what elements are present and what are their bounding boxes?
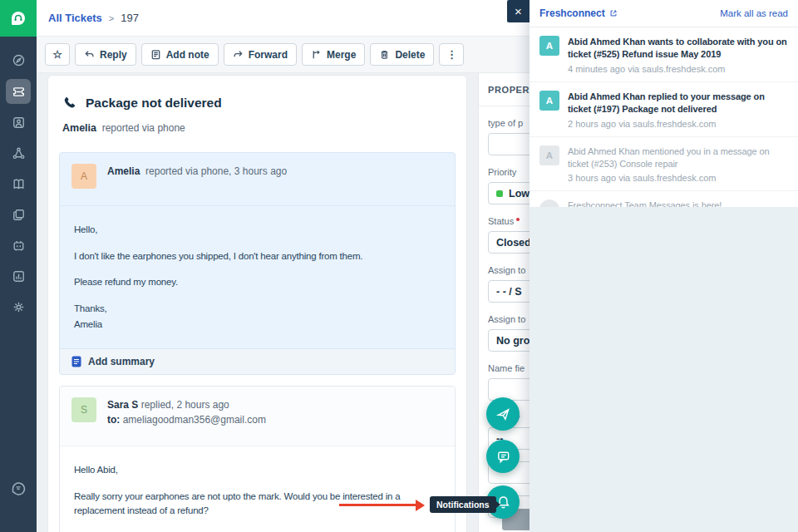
trash-icon (379, 49, 390, 60)
notification-item[interactable]: A Abid Ahmed Khan wants to collaborate w… (530, 27, 798, 82)
sidebar-item-contacts[interactable] (3, 107, 33, 137)
message-body: Hello Abid, Really sorry your earphones … (60, 446, 455, 532)
message-paragraph: Amelia (74, 318, 441, 332)
sidebar-item-tickets[interactable] (6, 79, 31, 104)
message-meta: reported via phone, 3 hours ago (145, 165, 287, 177)
merge-icon (311, 49, 322, 60)
to-label: to: (107, 414, 120, 426)
notification-item[interactable]: A Abid Ahmed Khan mentioned you in a mes… (530, 137, 798, 192)
sidebar-item-analytics[interactable] (3, 261, 33, 291)
tickets-icon (12, 85, 26, 99)
message-body: Hello, I don't like the earphones you sh… (60, 206, 455, 348)
breadcrumb-separator: > (109, 13, 114, 23)
social-icon (12, 146, 26, 160)
priority-value: Low (509, 188, 530, 200)
panel-empty-area (530, 207, 798, 532)
to-address: ameliagoodman356@gmail.com (123, 414, 266, 426)
team-chat-fab[interactable] (486, 440, 520, 473)
forward-button[interactable]: Forward (224, 43, 297, 66)
sidebar-item-solutions[interactable] (3, 169, 33, 199)
freshdesk-headset-icon (8, 8, 28, 28)
external-link-icon (609, 9, 618, 17)
chat-bubble-icon (495, 449, 511, 465)
message-author[interactable]: Amelia (107, 165, 140, 177)
required-indicator (516, 218, 520, 221)
sidebar-item-forums[interactable] (3, 200, 33, 229)
bots-icon (12, 239, 26, 253)
customer-message-card: A Amelia reported via phone, 3 hours ago… (59, 152, 456, 375)
analytics-icon (12, 269, 26, 283)
delete-label: Delete (395, 49, 425, 61)
agent-message-card: S Sara S replied, 2 hours ago to: amelia… (59, 386, 456, 532)
more-options-button[interactable]: ⋮ (439, 43, 464, 66)
avatar-amelia: A (71, 164, 96, 189)
sidebar-item-social[interactable] (3, 138, 33, 168)
merge-button[interactable]: Merge (302, 43, 365, 66)
reply-icon (84, 49, 95, 60)
add-summary-label: Add summary (88, 356, 155, 367)
freshworks-switcher-icon (11, 480, 26, 495)
sidebar-item-bots[interactable] (3, 230, 33, 260)
add-note-button[interactable]: Add note (141, 43, 219, 66)
add-note-label: Add note (166, 49, 209, 61)
ticket-detail-card: Package not delivered Amelia reported vi… (47, 75, 467, 532)
freshconnect-link[interactable]: Freshconnect (539, 7, 618, 19)
forward-label: Forward (249, 49, 288, 61)
star-button[interactable]: ☆ (45, 43, 70, 66)
contacts-icon (12, 116, 26, 130)
requester-meta: reported via phone (102, 122, 185, 134)
message-meta: replied, 2 hours ago (141, 399, 229, 411)
sidebar-item-dashboard[interactable] (3, 45, 33, 75)
message-paragraph: Hello Abid, (74, 463, 441, 477)
merge-label: Merge (327, 49, 356, 61)
paper-plane-icon (495, 406, 511, 422)
notification-avatar: A (539, 36, 559, 56)
message-paragraph: Please refund my money. (74, 275, 441, 289)
sidebar-item-freshworks-switcher[interactable] (0, 480, 37, 495)
breadcrumb-ticket-id: 197 (121, 12, 139, 24)
mark-all-read-link[interactable]: Mark all as read (720, 8, 788, 18)
forward-icon (233, 49, 244, 60)
breadcrumb-all-tickets[interactable]: All Tickets (48, 12, 102, 24)
admin-gear-icon (12, 300, 26, 314)
close-icon: × (515, 4, 522, 18)
notification-item[interactable]: A Abid Ahmed Khan replied to your messag… (530, 82, 798, 137)
tooltip-label: Notifications (436, 500, 490, 510)
requester-name[interactable]: Amelia (62, 122, 96, 134)
notification-title: Abid Ahmed Khan wants to collaborate wit… (568, 36, 788, 62)
message-paragraph: I don't like the earphones you shipped, … (74, 249, 441, 264)
reply-button[interactable]: Reply (75, 43, 136, 66)
annotation-arrow (339, 504, 416, 506)
notification-time: 4 minutes ago via sauls.freshdesk.com (568, 64, 788, 74)
freshdesk-app: All Tickets > 197 ☆ Reply Add note Forwa… (0, 0, 798, 532)
notifications-panel: Freshconnect Mark all as read A Abid Ahm… (530, 0, 798, 532)
kebab-icon: ⋮ (446, 49, 457, 60)
summary-doc-icon (71, 356, 81, 367)
notification-title: Abid Ahmed Khan mentioned you in a messa… (568, 145, 788, 171)
ticket-title: Package not delivered (86, 96, 222, 111)
requester-line: Amelia reported via phone (62, 122, 452, 134)
reply-label: Reply (100, 49, 127, 61)
notification-avatar: A (539, 91, 559, 111)
delete-button[interactable]: Delete (370, 43, 434, 66)
main-sidebar (0, 0, 37, 532)
solutions-icon (12, 177, 26, 191)
note-icon (150, 49, 161, 60)
close-panel-button[interactable]: × (507, 0, 530, 22)
message-author[interactable]: Sara S (107, 399, 138, 411)
message-paragraph: Thanks, (74, 302, 441, 316)
priority-low-indicator (496, 190, 503, 197)
phone-icon (62, 96, 76, 110)
add-summary-button[interactable]: Add summary (60, 348, 455, 374)
message-paragraph: Hello, (74, 223, 441, 237)
freshdesk-logo[interactable] (0, 0, 37, 37)
notification-title: Abid Ahmed Khan replied to your message … (568, 91, 788, 116)
notification-avatar: A (539, 145, 559, 165)
star-icon: ☆ (52, 49, 62, 60)
freshconnect-send-fab[interactable] (486, 397, 520, 431)
notification-time: 2 hours ago via sauls.freshdesk.com (568, 119, 788, 129)
notifications-tooltip: Notifications (430, 496, 496, 513)
dashboard-icon (12, 53, 26, 67)
sidebar-item-admin[interactable] (3, 292, 33, 322)
avatar-sara: S (71, 397, 96, 422)
